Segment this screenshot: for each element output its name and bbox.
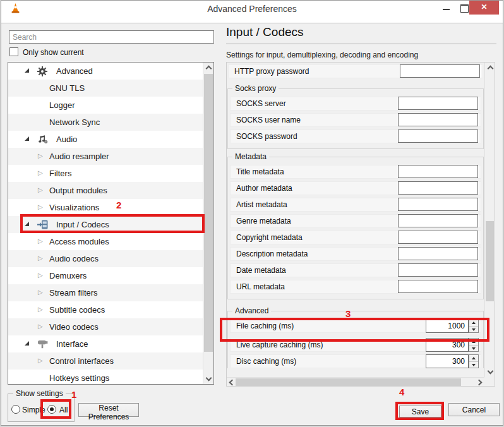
tree-item-label: Filters: [49, 169, 71, 178]
setting-input-http-proxy-password[interactable]: [400, 64, 480, 78]
setting-input-date-metadata[interactable]: [398, 263, 478, 277]
expander-closed-icon[interactable]: ▷: [38, 186, 43, 195]
tree-item-audio-codecs[interactable]: ▷Audio codecs: [8, 250, 203, 267]
setting-row-socks-password: SOCKS password: [230, 129, 481, 143]
tree-item-demuxers[interactable]: ▷Demuxers: [8, 267, 203, 284]
expander-closed-icon[interactable]: ▷: [38, 203, 43, 212]
minimize-button[interactable]: [440, 1, 453, 15]
setting-input-file-caching-ms[interactable]: [426, 319, 469, 333]
tree-item-control-interfaces[interactable]: ▷Control interfaces: [8, 352, 203, 370]
spin-down-icon: [472, 347, 476, 350]
scroll-up-icon[interactable]: [206, 66, 212, 72]
tree-item-label: Audio resampler: [49, 152, 109, 161]
expander-open-icon[interactable]: [25, 68, 29, 73]
tree-item-output-modules[interactable]: ▷Output modules: [8, 182, 203, 199]
expander-closed-icon[interactable]: ▷: [38, 271, 43, 280]
scroll-right-icon[interactable]: [476, 380, 483, 386]
scroll-up-icon[interactable]: [488, 66, 494, 72]
spin-down-icon[interactable]: [469, 345, 478, 351]
tree-item-audio-resampler[interactable]: ▷Audio resampler: [8, 148, 203, 165]
setting-input-socks-password[interactable]: [398, 129, 478, 143]
audio-note-icon: [37, 135, 48, 146]
setting-input-artist-metadata[interactable]: [398, 198, 478, 211]
tree-item-advanced[interactable]: Advanced: [8, 63, 203, 80]
group-advanced: AdvancedFile caching (ms)Live capture ca…: [227, 311, 484, 368]
tree-item-video-codecs[interactable]: ▷Video codecs: [8, 318, 203, 335]
spin-up-icon: [472, 357, 476, 359]
expander-open-icon[interactable]: [25, 222, 29, 226]
setting-input-copyright-metadata[interactable]: [398, 231, 478, 244]
tree-item-logger[interactable]: Logger: [8, 97, 203, 114]
settings-hscrollbar-thumb[interactable]: [236, 378, 461, 386]
settings-vertical-scrollbar[interactable]: [484, 63, 495, 377]
scroll-down-icon[interactable]: [206, 375, 212, 382]
titlebar: Advanced Preferences ✕: [1, 1, 503, 23]
settings-scrollbar-thumb[interactable]: [486, 221, 494, 301]
setting-row-copyright-metadata: Copyright metadata: [230, 231, 481, 244]
window-title: Advanced Preferences: [1, 1, 503, 17]
all-radio[interactable]: [47, 405, 56, 414]
spin-down-icon[interactable]: [469, 326, 478, 332]
expander-closed-icon[interactable]: ▷: [38, 237, 43, 246]
expander-closed-icon[interactable]: ▷: [38, 288, 43, 297]
setting-input-author-metadata[interactable]: [398, 181, 478, 195]
expander-closed-icon[interactable]: ▷: [38, 322, 43, 331]
tree-item-audio[interactable]: Audio: [8, 131, 203, 148]
tree-scrollbar-thumb[interactable]: [204, 74, 213, 352]
setting-input-url-metadata[interactable]: [398, 280, 478, 293]
annotation-number-4: 4: [399, 387, 404, 397]
tree-item-filters[interactable]: ▷Filters: [8, 165, 203, 182]
tree-item-subtitle-codecs[interactable]: ▷Subtitle codecs: [8, 301, 203, 318]
setting-input-socks-server[interactable]: [398, 97, 478, 110]
cancel-button[interactable]: Cancel: [448, 403, 500, 416]
expander-open-icon[interactable]: [25, 341, 29, 346]
scroll-left-icon[interactable]: [229, 380, 236, 386]
tree-item-label: Output modules: [49, 186, 107, 195]
only-show-current-checkbox[interactable]: [9, 47, 18, 56]
setting-input-title-metadata[interactable]: [398, 165, 478, 178]
spin-up-icon[interactable]: [469, 320, 478, 326]
reset-preferences-button[interactable]: Reset Preferences: [78, 403, 139, 417]
expander-closed-icon[interactable]: ▷: [38, 169, 43, 177]
setting-row-live-capture-caching-ms: Live capture caching (ms): [230, 338, 481, 352]
setting-input-live-capture-caching-ms[interactable]: [426, 338, 469, 352]
tree-item-label: Hotkeys settings: [49, 373, 109, 383]
spin-up-icon[interactable]: [469, 339, 478, 345]
expander-closed-icon[interactable]: ▷: [38, 356, 43, 365]
setting-row-url-metadata: URL metadata: [230, 280, 481, 294]
advanced-preferences-window: Advanced Preferences ✕ Only show current…: [1, 0, 503, 426]
close-button[interactable]: ✕: [469, 1, 499, 15]
setting-input-socks-user-name[interactable]: [398, 113, 478, 126]
expander-closed-icon[interactable]: ▷: [38, 254, 43, 263]
tree-item-hotkeys-settings[interactable]: Hotkeys settings: [8, 370, 203, 384]
spinner-buttons: [469, 354, 479, 368]
gear-icon: [37, 66, 47, 78]
tree-item-network-sync[interactable]: Network Sync: [8, 114, 203, 131]
tree-item-gnu-tls[interactable]: GNU TLS: [8, 80, 203, 97]
tree-item-interface[interactable]: Interface: [8, 335, 203, 352]
expander-open-icon[interactable]: [25, 136, 29, 141]
tree-item-stream-filters[interactable]: ▷Stream filters: [8, 284, 203, 301]
tree-scrollbar[interactable]: [203, 63, 213, 384]
category-tree-rows: AdvancedGNU TLSLoggerNetwork SyncAudio▷A…: [8, 63, 203, 384]
setting-label: Copyright metadata: [236, 233, 303, 242]
setting-input-disc-caching-ms[interactable]: [426, 354, 469, 368]
scroll-down-icon[interactable]: [488, 368, 494, 375]
tree-item-input-codecs[interactable]: Input / Codecs: [8, 216, 203, 233]
expander-closed-icon[interactable]: ▷: [38, 305, 43, 314]
tree-item-visualizations[interactable]: ▷Visualizations: [8, 199, 203, 216]
setting-row-author-metadata: Author metadata: [230, 181, 481, 195]
spin-down-icon[interactable]: [469, 361, 478, 368]
save-button[interactable]: Save: [399, 406, 441, 418]
simple-radio[interactable]: [11, 405, 20, 414]
settings-horizontal-scrollbar[interactable]: [227, 377, 484, 386]
setting-input-genre-metadata[interactable]: [398, 214, 478, 227]
setting-input-description-metadata[interactable]: [398, 247, 478, 260]
spin-up-icon[interactable]: [469, 355, 478, 361]
tree-item-access-modules[interactable]: ▷Access modules: [8, 233, 203, 250]
setting-row-date-metadata: Date metadata: [230, 263, 481, 277]
setting-label: HTTP proxy password: [234, 67, 309, 76]
input-codecs-icon: [37, 220, 49, 231]
expander-closed-icon[interactable]: ▷: [38, 152, 43, 160]
search-input[interactable]: [9, 30, 214, 44]
